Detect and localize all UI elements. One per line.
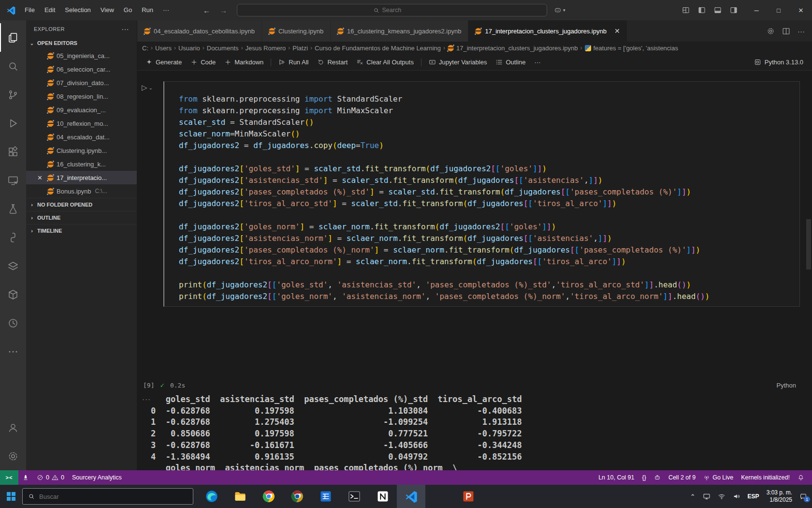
close-icon[interactable]: ✕ <box>37 174 43 181</box>
settings-gear-icon[interactable] <box>767 27 775 35</box>
tab-04-escalado-datos-cebollitas-ipynb[interactable]: 04_escalado_datos_cebollitas.ipynb <box>137 20 262 42</box>
command-center-search[interactable] <box>237 4 547 16</box>
activity-run-debug-icon[interactable] <box>0 109 26 137</box>
forward-icon[interactable]: → <box>220 6 227 15</box>
sourcery-analytics[interactable]: Sourcery Analytics <box>68 470 126 485</box>
taskbar-app-terminal-icon[interactable] <box>340 485 368 508</box>
breadcrumb-item[interactable]: Platzi <box>292 45 308 52</box>
taskbar-search[interactable] <box>22 488 193 505</box>
breadcrumb-item[interactable]: 17_interpretacion_clusters_jugadores.ipy… <box>448 45 578 52</box>
activity-python-ext-icon[interactable] <box>0 223 26 252</box>
maximize-button[interactable]: □ <box>768 0 790 20</box>
breadcrumb-item[interactable]: Jesus Romero <box>246 45 286 52</box>
launch-button[interactable] <box>18 470 33 485</box>
menu-file[interactable]: File <box>20 3 40 17</box>
split-editor-icon[interactable] <box>782 27 790 35</box>
toolbar-markdown[interactable]: Markdown <box>220 56 268 69</box>
open-editor-08-regresion-lin[interactable]: 08_regresion_lin... <box>26 90 137 103</box>
keyboard-language[interactable]: ESP <box>748 493 759 500</box>
cell-code-editor[interactable]: from sklearn.preprocessing import Standa… <box>179 93 796 302</box>
close-window-button[interactable]: ✕ <box>790 0 812 20</box>
open-editor-16-clustering-k[interactable]: 16_clustering_k... <box>26 157 137 171</box>
open-editor-05-ingenieria-ca[interactable]: 05_ingenieria_ca... <box>26 49 137 62</box>
toggle-panel-icon[interactable] <box>714 6 722 14</box>
menu-overflow-icon[interactable]: ··· <box>158 3 174 17</box>
problems-indicator[interactable]: 0 0 <box>33 470 68 485</box>
go-live-button[interactable]: Go Live <box>699 470 737 485</box>
activity-more-icon[interactable] <box>0 337 26 366</box>
close-icon[interactable]: ✕ <box>614 27 620 35</box>
breadcrumb-item[interactable]: Documents <box>207 45 239 52</box>
toolbar-jupyter-variables[interactable]: Jupyter Variables <box>424 56 491 69</box>
open-editor-07-division-dato[interactable]: 07_division_dato... <box>26 76 137 90</box>
cell-indicator[interactable]: Cell 2 of 9 <box>665 470 699 485</box>
editor-layout-icon[interactable] <box>682 6 690 14</box>
section-outline[interactable]: ›OUTLINE <box>26 211 137 224</box>
sidebar-more-icon[interactable]: ··· <box>122 25 130 33</box>
taskbar-app-chrome-profile-icon[interactable] <box>425 485 454 508</box>
taskbar-app-edge-icon[interactable] <box>197 485 226 508</box>
open-editor-04-escalado-dat[interactable]: 04_escalado_dat... <box>26 130 137 144</box>
activity-account-icon[interactable] <box>0 413 26 442</box>
section-no-folder-opened[interactable]: ›NO FOLDER OPENED <box>26 198 137 211</box>
taskbar-app-powerpoint-icon[interactable] <box>454 485 482 508</box>
menu-edit[interactable]: Edit <box>40 3 60 17</box>
activity-source-control-icon[interactable] <box>0 80 26 109</box>
activity-testing-icon[interactable] <box>0 194 26 223</box>
toolbar-run-all[interactable]: Run All <box>274 56 313 69</box>
back-icon[interactable]: ← <box>203 6 210 15</box>
open-editor-09-evaluacion[interactable]: 09_evaluacion_... <box>26 103 137 117</box>
activity-settings-gear-icon[interactable] <box>0 442 26 470</box>
activity-extensions-icon[interactable] <box>0 137 26 166</box>
menu-go[interactable]: Go <box>119 3 137 17</box>
minimize-button[interactable]: ─ <box>745 0 768 20</box>
tab-clustering-ipynb[interactable]: Clustering.ipynb <box>262 20 331 42</box>
search-input[interactable] <box>382 7 411 14</box>
code-cell[interactable]: from sklearn.preprocessing import Standa… <box>163 81 800 307</box>
volume-icon[interactable] <box>733 493 740 500</box>
taskbar-app-chrome-icon[interactable] <box>254 485 283 508</box>
cursor-position[interactable]: Ln 10, Col 91 <box>594 470 638 485</box>
toolbar-restart[interactable]: Restart <box>313 56 352 69</box>
toggle-secondary-sidebar-icon[interactable] <box>730 6 738 14</box>
notifications-button[interactable] <box>794 470 808 485</box>
braces-indicator[interactable]: {} <box>638 470 650 485</box>
menu-run[interactable]: Run <box>137 3 158 17</box>
toolbar-code[interactable]: Code <box>186 56 220 69</box>
toolbar-generate[interactable]: Generate <box>141 56 186 69</box>
toolbar-outline[interactable]: Outline <box>491 56 530 69</box>
toolbar-item[interactable]: ··· <box>530 56 545 69</box>
taskbar-app-file-explorer-icon[interactable] <box>226 485 254 508</box>
activity-layers-icon[interactable] <box>0 252 26 280</box>
copilot-menu[interactable]: ▾ <box>554 6 566 14</box>
tab-17-interpretacion-clusters-jugadores-ipynb[interactable]: 17_interpretacion_clusters_jugadores.ipy… <box>468 20 627 42</box>
cell-language[interactable]: Python <box>777 382 796 389</box>
activity-search-icon[interactable] <box>0 52 26 80</box>
open-editors-header[interactable]: ⌄ OPEN EDITORS <box>26 37 137 49</box>
editor-scrollbar[interactable] <box>806 219 811 269</box>
network-icon[interactable] <box>718 493 725 500</box>
open-editor-06-seleccion-car[interactable]: 06_seleccion_car... <box>26 62 137 76</box>
remote-indicator[interactable]: >< <box>0 470 18 485</box>
activity-files-icon[interactable] <box>0 23 26 52</box>
tray-expand-icon[interactable]: ⌃ <box>690 493 696 500</box>
menu-view[interactable]: View <box>96 3 119 17</box>
open-editor-clustering-ipynb[interactable]: Clustering.ipynb... <box>26 144 137 157</box>
kernel-picker[interactable]: Python 3.13.0 <box>754 59 803 66</box>
output-collapse-indicator[interactable]: ··· <box>142 395 151 403</box>
activity-remote-explorer-icon[interactable] <box>0 166 26 194</box>
start-button[interactable] <box>0 485 22 508</box>
open-editor-17-interpretacio[interactable]: ✕17_interpretacio... <box>26 171 137 184</box>
editor-more-actions-icon[interactable]: ··· <box>798 27 805 35</box>
toolbar-clear-all-outputs[interactable]: Clear All Outputs <box>352 56 418 69</box>
open-editor-10-reflexion-mo[interactable]: 10_reflexion_mo... <box>26 117 137 130</box>
open-editor-bonus-ipynb[interactable]: Bonus.ipynbC:\... <box>26 184 137 198</box>
tab-16-clustering-kmeans-jugadores2-ipynb[interactable]: 16_clustering_kmeans_jugadores2.ipynb <box>331 20 468 42</box>
activity-package-icon[interactable] <box>0 280 26 309</box>
breadcrumb-item[interactable]: Usuario <box>178 45 200 52</box>
taskbar-app-notion-icon[interactable] <box>368 485 397 508</box>
breadcrumb-item[interactable]: features = ['goles', 'asistencias <box>585 45 678 52</box>
toggle-primary-sidebar-icon[interactable] <box>698 6 706 14</box>
breadcrumb-item[interactable]: Users <box>155 45 172 52</box>
breadcrumb-item[interactable]: Curso de Fundamentos de Machine Learning <box>315 45 441 52</box>
